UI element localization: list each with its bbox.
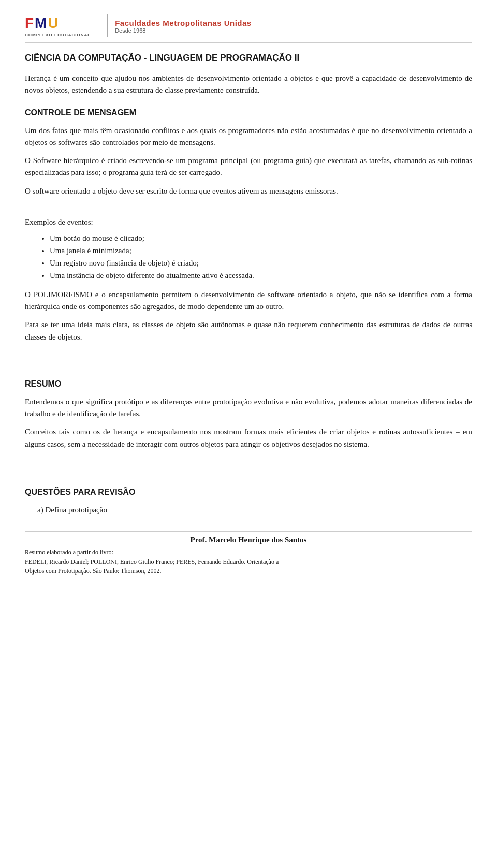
header: F M U COMPLEXO EDUCACIONAL Faculdades Me… bbox=[25, 14, 472, 43]
resumo-p2: Conceitos tais como os de herança e enca… bbox=[25, 426, 472, 450]
polimorfismo-p1: O POLIMORFISMO e o encapsulamento permit… bbox=[25, 289, 472, 313]
questao-a: a) Defina prototipação bbox=[37, 504, 472, 516]
resumo-section-title: RESUMO bbox=[25, 379, 472, 389]
footer-ref-line2: Objetos com Prototipação. São Paulo: Tho… bbox=[25, 566, 472, 576]
controle-section-title: CONTROLE DE MENSAGEM bbox=[25, 108, 472, 117]
logo-complexo: COMPLEXO EDUCACIONAL bbox=[25, 33, 91, 37]
intro-paragraph: Herança é um conceito que ajudou nos amb… bbox=[25, 72, 472, 97]
logo-faculdades: Faculdades Metropolitanas Unidas bbox=[115, 19, 252, 27]
logo-m: M bbox=[35, 15, 48, 32]
list-item: Um botão do mouse é clicado; bbox=[50, 232, 472, 244]
logo-block: F M U COMPLEXO EDUCACIONAL bbox=[25, 15, 91, 37]
questoes-title: QUESTÕES PARA REVISÃO bbox=[25, 488, 472, 497]
controle-p3: O software orientado a objeto deve ser e… bbox=[25, 185, 472, 197]
resumo-p1: Entendemos o que significa protótipo e a… bbox=[25, 396, 472, 420]
main-title: CIÊNCIA DA COMPUTAÇÃO - LINGUAGEM DE PRO… bbox=[25, 53, 472, 63]
bullet-list: Um botão do mouse é clicado; Uma janela … bbox=[50, 232, 472, 282]
logo-f: F bbox=[25, 15, 35, 32]
list-item: Uma janela é minimizada; bbox=[50, 244, 472, 257]
list-item: Um registro novo (instância de objeto) é… bbox=[50, 257, 472, 269]
controle-p2: O Software hierárquico é criado escreven… bbox=[25, 155, 472, 179]
logo-fmu: F M U bbox=[25, 15, 60, 32]
footer-prof: Prof. Marcelo Henrique dos Santos bbox=[25, 536, 472, 545]
list-item: Uma instância de objeto diferente do atu… bbox=[50, 269, 472, 282]
page: F M U COMPLEXO EDUCACIONAL Faculdades Me… bbox=[0, 0, 497, 868]
polimorfismo-p2: Para se ter uma ideia mais clara, as cla… bbox=[25, 319, 472, 343]
logo-title-block: Faculdades Metropolitanas Unidas Desde 1… bbox=[115, 19, 252, 34]
footer: Prof. Marcelo Henrique dos Santos Resumo… bbox=[25, 531, 472, 576]
footer-resumo-label: Resumo elaborado a partir do livro: bbox=[25, 548, 472, 557]
footer-ref-line1: FEDELI, Ricardo Daniel; POLLONI, Enrico … bbox=[25, 557, 472, 566]
logo-u: U bbox=[48, 15, 59, 32]
controle-p1: Um dos fatos que mais têm ocasionado con… bbox=[25, 125, 472, 149]
logo-divider bbox=[107, 14, 108, 37]
exemplos-label: Exemplos de eventos: bbox=[25, 218, 472, 227]
logo-desde: Desde 1968 bbox=[115, 27, 252, 34]
